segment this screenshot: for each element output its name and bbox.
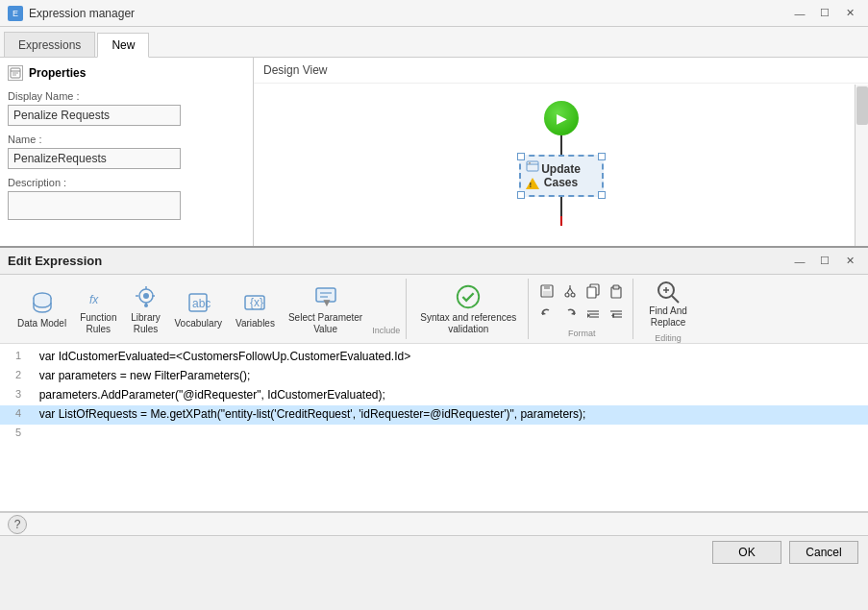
- description-input[interactable]: [8, 191, 181, 220]
- svg-point-29: [571, 293, 575, 297]
- title-bar: E Expression manager — ☐ ✕: [0, 0, 868, 27]
- svg-line-31: [570, 288, 573, 293]
- cancel-button[interactable]: Cancel: [789, 541, 858, 564]
- svg-text:▼: ▼: [321, 296, 333, 309]
- line-num-1: 1: [0, 348, 29, 361]
- close-button[interactable]: ✕: [839, 5, 860, 22]
- name-input[interactable]: [8, 148, 181, 169]
- format-indent-button[interactable]: [583, 304, 604, 325]
- properties-panel: Properties Display Name : Name : Descrip…: [0, 58, 254, 246]
- svg-line-48: [672, 296, 679, 303]
- svg-rect-26: [544, 285, 550, 289]
- name-row: Name :: [8, 134, 245, 169]
- line-num-5: 5: [0, 425, 29, 438]
- find-replace-button[interactable]: Find AndReplace: [641, 276, 694, 331]
- variables-icon: {x}: [241, 289, 268, 316]
- find-replace-group: Find AndReplace Editing: [635, 279, 700, 339]
- library-rules-icon: [133, 283, 160, 310]
- scrollbar-thumb: [856, 86, 868, 125]
- svg-point-10: [143, 293, 149, 299]
- window-controls: — ☐ ✕: [789, 5, 860, 22]
- minimize-expr-button[interactable]: —: [789, 253, 810, 270]
- start-node[interactable]: [544, 101, 579, 135]
- edit-expr-controls: — ☐ ✕: [789, 253, 860, 270]
- format-redo-button[interactable]: [559, 304, 581, 325]
- variables-button[interactable]: {x} Variables: [230, 286, 281, 332]
- line-num-3: 3: [0, 386, 29, 400]
- data-model-button[interactable]: Data Model: [12, 286, 72, 332]
- description-label: Description :: [8, 177, 245, 188]
- function-rules-icon: fx: [85, 283, 112, 310]
- svg-rect-6: [529, 162, 531, 164]
- svg-text:fx: fx: [89, 293, 99, 306]
- top-section: Properties Display Name : Name : Descrip…: [0, 58, 868, 248]
- function-rules-button[interactable]: fx FunctionRules: [74, 281, 122, 338]
- restore-button[interactable]: ☐: [814, 5, 835, 22]
- syntax-validation-label: Syntax and referencesvalidation: [420, 312, 516, 335]
- format-cut-button[interactable]: [559, 281, 581, 302]
- select-parameter-button[interactable]: ▼ Select ParameterValue: [283, 281, 368, 338]
- format-copy-button[interactable]: [583, 281, 604, 302]
- line-content-3: parameters.AddParameter("@idRequester", …: [29, 386, 868, 403]
- svg-point-28: [565, 293, 569, 297]
- format-outdent-button[interactable]: [606, 304, 627, 325]
- design-canvas[interactable]: Update Cases: [254, 84, 868, 245]
- ok-button[interactable]: OK: [712, 541, 781, 564]
- vocabulary-button[interactable]: abc Vocabulary: [169, 286, 228, 332]
- task-node-update-cases[interactable]: Update Cases: [519, 155, 604, 197]
- format-save-button[interactable]: [536, 281, 558, 302]
- data-model-icon: [29, 289, 56, 316]
- select-parameter-label: Select ParameterValue: [288, 312, 362, 335]
- svg-line-30: [567, 288, 570, 293]
- name-label: Name :: [8, 134, 245, 145]
- editing-label: Editing: [655, 333, 682, 343]
- find-replace-icon: [655, 279, 682, 305]
- app-icon: E: [8, 6, 23, 21]
- toolbar: Data Model fx FunctionRules: [0, 275, 868, 344]
- close-expr-button[interactable]: ✕: [839, 253, 860, 270]
- line-num-2: 2: [0, 367, 29, 380]
- tab-new[interactable]: New: [97, 33, 149, 58]
- task-icon: [526, 159, 539, 175]
- code-line-1: 1 var IdCustomerEvaluated=<CustomersFoll…: [0, 348, 868, 367]
- svg-point-15: [144, 304, 148, 307]
- end-connector: [560, 216, 562, 226]
- edit-expression-title: Edit Expression: [8, 254, 102, 268]
- display-name-input[interactable]: [8, 105, 181, 126]
- svg-rect-34: [587, 287, 596, 298]
- restore-expr-button[interactable]: ☐: [814, 253, 835, 270]
- svg-marker-37: [542, 311, 546, 315]
- select-parameter-icon: ▼: [312, 283, 339, 310]
- library-rules-label: LibraryRules: [131, 312, 161, 335]
- bottom-bar: OK Cancel: [0, 535, 868, 568]
- window-title: Expression manager: [29, 7, 135, 20]
- workflow-container: Update Cases: [263, 93, 858, 226]
- description-row: Description :: [8, 177, 245, 220]
- syntax-validation-button[interactable]: Syntax and referencesvalidation: [414, 281, 522, 338]
- help-button[interactable]: ?: [8, 515, 27, 534]
- design-view-panel: Design View Up: [254, 58, 868, 246]
- code-line-4: 4 var ListOfRequests = Me.getXPath("enti…: [0, 405, 868, 425]
- library-rules-button[interactable]: LibraryRules: [125, 281, 167, 338]
- minimize-button[interactable]: —: [789, 5, 810, 22]
- design-scrollbar[interactable]: [855, 85, 868, 246]
- svg-text:abc: abc: [192, 297, 211, 310]
- line-content-5: [29, 425, 868, 428]
- svg-rect-27: [543, 291, 551, 296]
- variables-label: Variables: [236, 318, 275, 329]
- format-label: Format: [568, 329, 596, 338]
- tab-expressions[interactable]: Expressions: [4, 32, 95, 57]
- status-bar: ?: [0, 512, 868, 535]
- line-num-4: 4: [0, 405, 29, 419]
- format-paste-button[interactable]: [606, 281, 627, 302]
- include-label: Include: [370, 326, 400, 335]
- svg-point-24: [458, 285, 479, 306]
- syntax-validation-icon: [455, 283, 482, 310]
- format-group: Format: [531, 279, 633, 339]
- code-editor[interactable]: 1 var IdCustomerEvaluated=<CustomersFoll…: [0, 344, 868, 512]
- svg-rect-4: [527, 161, 538, 171]
- line-content-4: var ListOfRequests = Me.getXPath("entity…: [29, 405, 868, 423]
- function-rules-label: FunctionRules: [80, 312, 116, 335]
- design-view-header: Design View: [254, 58, 868, 84]
- format-undo-button[interactable]: [536, 304, 558, 325]
